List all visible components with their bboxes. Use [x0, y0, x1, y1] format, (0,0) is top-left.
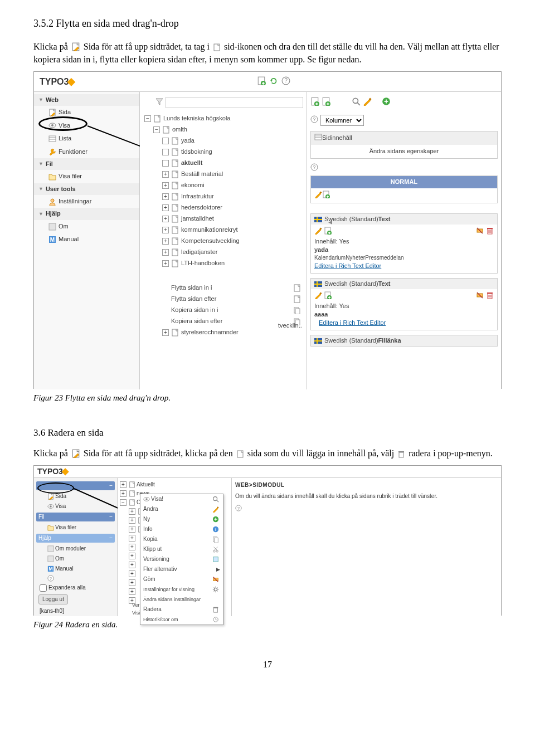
content-panel: Kolumner Sidinnehåll Ändra sidans egensk…	[307, 92, 501, 389]
tree-node[interactable]: +Beställ material	[144, 169, 303, 180]
tree-node[interactable]: −omlth	[144, 124, 303, 135]
add-page-icon[interactable]	[257, 76, 266, 87]
nav-section-usertools[interactable]: ▼User tools	[34, 183, 139, 195]
nav-item-manual[interactable]: Manual	[36, 564, 115, 574]
nav-item-om[interactable]: Om	[34, 220, 139, 233]
refresh-icon[interactable]	[269, 76, 278, 87]
ctx-item-gom[interactable]: Göm	[140, 574, 223, 584]
list-icon	[48, 135, 56, 143]
nav-item-expand[interactable]: Expandera alla	[36, 583, 115, 593]
funnel-icon[interactable]	[155, 97, 163, 108]
page-icon	[162, 126, 170, 134]
tree-node[interactable]: +jamstalldhet	[144, 213, 303, 225]
ctx-item-historik[interactable]: Historik/Gor om	[140, 614, 223, 625]
hide-icon[interactable]	[476, 291, 484, 301]
nav-item-visa[interactable]: Visa	[36, 501, 115, 511]
pencil-icon[interactable]	[314, 229, 322, 236]
help-icon[interactable]	[310, 115, 318, 125]
typo3-logo: TYPO3◆	[40, 75, 75, 89]
edit-rte-link[interactable]: Editera i Rich Text Editor	[319, 319, 386, 326]
tree-filter-input[interactable]	[166, 97, 303, 108]
tree-node-handboken[interactable]: +LTH-handboken	[144, 258, 303, 269]
pencil-icon[interactable]	[314, 193, 322, 199]
nav-item-visa-filer[interactable]: Visa filer	[36, 523, 115, 533]
ctx-item-visa[interactable]: Visa!	[140, 494, 223, 504]
nav-item-ommoduler[interactable]: Om moduler	[36, 544, 115, 554]
figure-caption-2: Figur 24 Radera en sida.	[33, 619, 502, 631]
ctx-item-info[interactable]: Info	[140, 524, 223, 534]
hide-icon[interactable]	[476, 227, 484, 237]
ctx-item-kopia[interactable]: Kopia	[140, 534, 223, 544]
pencil-icon[interactable]	[363, 97, 372, 108]
nav-item-lista[interactable]: Lista	[34, 132, 139, 145]
tree-node[interactable]: +Kompetensutveckling	[144, 236, 303, 247]
add-content-icon[interactable]	[322, 97, 330, 108]
drag-target-item[interactable]: Flytta sidan in i	[144, 282, 303, 294]
tree-node[interactable]: +hedersdoktorer	[144, 202, 303, 213]
tree-node[interactable]: tidsbokning	[144, 147, 303, 158]
nav-item-help[interactable]	[36, 574, 115, 583]
add-page-icon[interactable]	[310, 97, 319, 108]
m-icon	[47, 565, 54, 572]
page-edit-icon	[47, 493, 54, 500]
nav-item-sida[interactable]: Sida	[36, 491, 115, 501]
nav-item-om[interactable]: Om	[36, 554, 115, 564]
nav-section-fil[interactable]: Fil−	[36, 513, 115, 521]
pencil-icon[interactable]	[314, 294, 322, 300]
nav-section-fil[interactable]: ▼Fil	[34, 158, 139, 170]
expand-checkbox[interactable]	[40, 584, 47, 592]
add-page-icon[interactable]	[322, 193, 330, 199]
trash-icon[interactable]	[486, 227, 494, 237]
add-icon[interactable]	[382, 97, 391, 108]
trash-icon[interactable]	[486, 291, 494, 301]
nav-item-visa-filer[interactable]: Visa filer	[34, 170, 139, 183]
nav-item-installningar[interactable]: Inställningar	[34, 195, 139, 208]
sidinnehall-panel: Sidinnehåll Ändra sidans egenskaper	[310, 131, 498, 159]
ctx-item-installningar[interactable]: Inställningar för visning	[140, 584, 223, 594]
nav-label: Inställningar	[59, 197, 91, 206]
drag-target-item[interactable]: Flytta sidan efter	[144, 294, 303, 305]
nav-section-web[interactable]: ▼Web	[34, 94, 139, 106]
tree-node[interactable]	[144, 269, 303, 282]
tree-node[interactable]: +ledigatjanster	[144, 247, 303, 258]
chevron-left-icon[interactable]: ◂	[328, 217, 332, 228]
ctx-item-versioning[interactable]: Versioning	[140, 554, 223, 564]
nav-item-funktioner[interactable]: Funktioner	[34, 145, 139, 158]
nav-section-hjalp[interactable]: ▼Hjälp	[34, 208, 139, 220]
tree-node[interactable]: yada	[144, 135, 303, 147]
nav-section-hjalp[interactable]: Hjälp−	[36, 534, 115, 543]
help-icon[interactable]	[235, 505, 242, 511]
ctx-item-fleralt[interactable]: Fler alternativ▶	[140, 564, 223, 574]
tree-node[interactable]: +Infrastruktur	[144, 191, 303, 202]
nav-item-visa[interactable]: Visa	[34, 119, 139, 132]
logout-button[interactable]: Logga ut	[38, 594, 68, 604]
ctx-item-andra-sidan[interactable]: Ändra sidans inställningar	[140, 594, 223, 604]
ctx-item-klipput[interactable]: Klipp ut	[140, 544, 223, 554]
edit-rte-link[interactable]: Editera i Rich Text Editor	[314, 262, 381, 269]
search-icon[interactable]	[352, 97, 361, 108]
panel-link[interactable]: Ändra sidans egenskaper	[369, 148, 439, 154]
nav-item-manual[interactable]: Manual	[34, 233, 139, 246]
content-title: aaaa	[314, 311, 328, 318]
wrench-icon	[48, 148, 56, 155]
nav-item-sida[interactable]: Sida	[34, 106, 139, 119]
tree-node[interactable]: +ekonomi	[144, 180, 303, 191]
nav-section[interactable]: −	[36, 481, 115, 490]
tree-node[interactable]: +kommunikationrekryt	[144, 225, 303, 236]
add-page-icon[interactable]	[324, 229, 332, 236]
help-icon[interactable]	[281, 76, 290, 87]
tree-node-aktuellt[interactable]: aktuellt	[144, 158, 303, 169]
help-icon[interactable]	[310, 165, 318, 172]
add-page-icon[interactable]	[324, 294, 332, 300]
page-icon	[171, 329, 179, 336]
tree-node[interactable]: +Aktuellt	[120, 480, 229, 489]
ctx-item-andra[interactable]: Ändra	[140, 504, 223, 514]
drag-target-item[interactable]: Kopiera sidan in i	[144, 305, 303, 316]
ctx-item-radera[interactable]: Radera	[140, 604, 223, 614]
page-edit-icon	[71, 42, 80, 51]
ctx-item-ny[interactable]: Ny	[140, 514, 223, 524]
view-select[interactable]: Kolumner	[320, 115, 364, 126]
nav-section-label: Hjälp	[38, 534, 51, 542]
tree-node-root[interactable]: −Lunds tekniska högskola	[144, 113, 303, 124]
tree-toolbar	[143, 95, 303, 110]
